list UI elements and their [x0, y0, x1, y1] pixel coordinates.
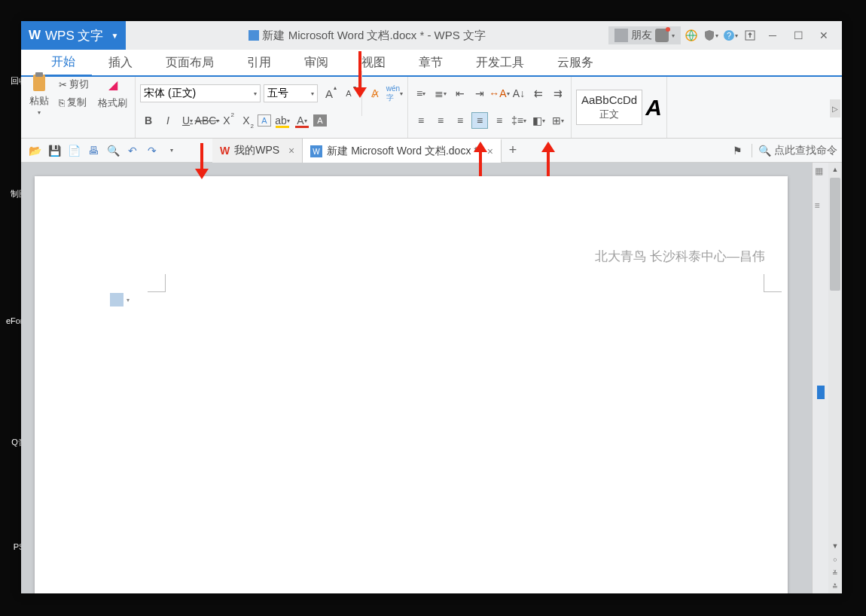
vertical-scrollbar[interactable]: ▲ ▼ ○ ≚ ≛ [828, 163, 842, 593]
search-command-input[interactable]: 🔍 点此查找命令 [758, 144, 837, 157]
app-badge[interactable]: W WPS 文字 ▼ [21, 21, 126, 50]
wps-tab-icon: W [220, 145, 230, 157]
chevron-down-icon: ▾ [672, 32, 675, 39]
tab-review[interactable]: 审阅 [288, 50, 345, 75]
align-left-button[interactable]: ≡ [413, 112, 429, 129]
font-color-button[interactable]: A▾ [294, 112, 310, 129]
style-normal[interactable]: AaBbCcDd 正文 [576, 90, 642, 125]
underline-button[interactable]: U▾ [179, 112, 196, 129]
tab-layout[interactable]: 页面布局 [149, 50, 230, 75]
clear-format-button[interactable]: A̷ [367, 85, 383, 102]
scroll-down-button[interactable]: ▼ [828, 539, 842, 553]
notification-icon[interactable] [655, 29, 669, 42]
tab-developer[interactable]: 开发工具 [459, 50, 541, 75]
superscript-button[interactable]: X2 [218, 112, 235, 129]
page-nav-button[interactable]: ○ [828, 553, 842, 566]
cut-button[interactable]: ✂剪切 [56, 76, 92, 93]
borders-button[interactable]: ⊞▾ [550, 112, 566, 129]
prev-page-button[interactable]: ≚ [828, 566, 842, 580]
increase-indent-button[interactable]: ⇥ [471, 85, 488, 102]
properties-icon[interactable]: ▦ [815, 166, 827, 178]
expand-ribbon-button[interactable]: ▷ [830, 99, 840, 117]
distribute-button[interactable]: ≡ [491, 112, 508, 129]
paste-button[interactable]: 粘贴 ▾ [26, 66, 53, 120]
svg-text:?: ? [727, 31, 731, 40]
print-button[interactable]: 🖶 [84, 142, 102, 160]
eraser-button[interactable]: ◢ [95, 76, 130, 93]
export-pdf-button[interactable]: 📄 [65, 142, 83, 160]
sort-button[interactable]: A↓ [511, 85, 527, 102]
style-heading-partial[interactable]: A [645, 95, 662, 120]
new-tab-button[interactable]: + [502, 139, 524, 163]
user-account[interactable]: 朋友 ▾ [608, 26, 681, 44]
style-name: 正文 [581, 108, 637, 121]
wps-window: W WPS 文字 ▼ 新建 Microsoft Word 文档.docx * -… [21, 21, 842, 593]
char-scale-button[interactable]: ↔A▾ [491, 85, 508, 102]
tab-section[interactable]: 章节 [402, 50, 459, 75]
italic-button[interactable]: I [160, 112, 176, 129]
clipboard-icon [29, 72, 50, 93]
shading-button[interactable]: ◧▾ [530, 112, 547, 129]
line-spacing-button[interactable]: ‡≡▾ [511, 112, 527, 129]
grow-font-button[interactable]: A▴ [321, 85, 337, 102]
shield-icon[interactable]: ▾ [702, 26, 720, 44]
align-right-button[interactable]: ≡ [452, 112, 468, 129]
strikethrough-button[interactable]: ABC▾ [199, 112, 215, 129]
redo-button[interactable]: ↷ [143, 142, 161, 160]
numbering-button[interactable]: ≣▾ [432, 85, 449, 102]
close-tab-icon[interactable]: × [288, 145, 294, 157]
tab-insert[interactable]: 插入 [92, 50, 149, 75]
panel-menu-icon[interactable]: ≡ [815, 200, 827, 212]
tab-references[interactable]: 引用 [230, 50, 288, 75]
copy-button[interactable]: ⎘复制 [56, 94, 92, 111]
justify-button[interactable]: ≡ [471, 112, 488, 129]
upload-icon[interactable] [741, 26, 759, 44]
doc-tab-mywps[interactable]: W 我的WPS × [212, 139, 303, 163]
bullets-button[interactable]: ≡▾ [413, 85, 429, 102]
undo-button[interactable]: ↶ [123, 142, 142, 160]
minimize-button[interactable]: ─ [761, 26, 785, 44]
shrink-font-button[interactable]: A▾ [340, 85, 357, 102]
char-shading-button[interactable]: A [313, 114, 327, 127]
eraser-icon: ◢ [108, 78, 117, 92]
save-button[interactable]: 💾 [45, 142, 63, 160]
decrease-indent-button[interactable]: ⇤ [452, 85, 468, 102]
scroll-thumb[interactable] [830, 178, 840, 291]
subscript-button[interactable]: X2 [238, 112, 255, 129]
font-size-select[interactable]: 五号▾ [264, 84, 318, 102]
qat-right: ⚑ 🔍 点此查找命令 [729, 142, 837, 159]
highlight-button[interactable]: ab▾ [274, 112, 291, 129]
format-painter-button[interactable]: 格式刷 [95, 95, 130, 111]
outdent-indent-right-button[interactable]: ⇉ [550, 85, 566, 102]
outdent-indent-left-button[interactable]: ⇇ [530, 85, 547, 102]
open-button[interactable]: 📂 [26, 142, 44, 160]
group-paragraph: ≡▾ ≣▾ ⇤ ⇥ ↔A▾ A↓ ⇇ ⇉ ≡ ≡ ≡ ≡ ≡ ‡≡▾ ◧▾ ⊞▾ [408, 77, 572, 138]
next-page-button[interactable]: ≛ [828, 580, 842, 593]
bold-button[interactable]: B [140, 112, 157, 129]
font-name-select[interactable]: 宋体 (正文)▾ [140, 84, 261, 102]
close-button[interactable]: ✕ [812, 26, 836, 44]
browser-icon[interactable] [682, 26, 700, 44]
print-preview-button[interactable]: 🔍 [104, 142, 122, 160]
flag-icon[interactable]: ⚑ [729, 142, 746, 159]
char-border-button[interactable]: A [258, 114, 271, 127]
scroll-up-button[interactable]: ▲ [828, 163, 842, 176]
tab-cloud[interactable]: 云服务 [541, 50, 610, 75]
close-tab-icon[interactable]: × [487, 145, 493, 157]
tab-view[interactable]: 视图 [345, 50, 402, 75]
chevron-down-icon[interactable]: ▾ [127, 297, 130, 303]
maximize-button[interactable]: ☐ [786, 26, 810, 44]
help-icon[interactable]: ?▾ [721, 26, 739, 44]
side-flag-button[interactable] [817, 386, 825, 399]
document-tabs: W 我的WPS × W 新建 Microsoft Word 文档.docx * … [212, 139, 524, 163]
paste-label: 粘贴 [29, 94, 49, 108]
chevron-down-icon: ▾ [38, 109, 41, 116]
document-page[interactable]: 北大青鸟 长沙科泰中心—昌伟 ▾ [35, 176, 788, 593]
align-center-button[interactable]: ≡ [432, 112, 449, 129]
doc-tab-current[interactable]: W 新建 Microsoft Word 文档.docx * × [303, 139, 502, 163]
paste-options-icon[interactable] [110, 293, 123, 306]
chevron-down-icon: ▼ [111, 32, 119, 40]
qat-more-button[interactable]: ▾ [163, 142, 181, 160]
separator [752, 144, 752, 157]
phonetic-guide-button[interactable]: wén字▾ [386, 85, 403, 102]
